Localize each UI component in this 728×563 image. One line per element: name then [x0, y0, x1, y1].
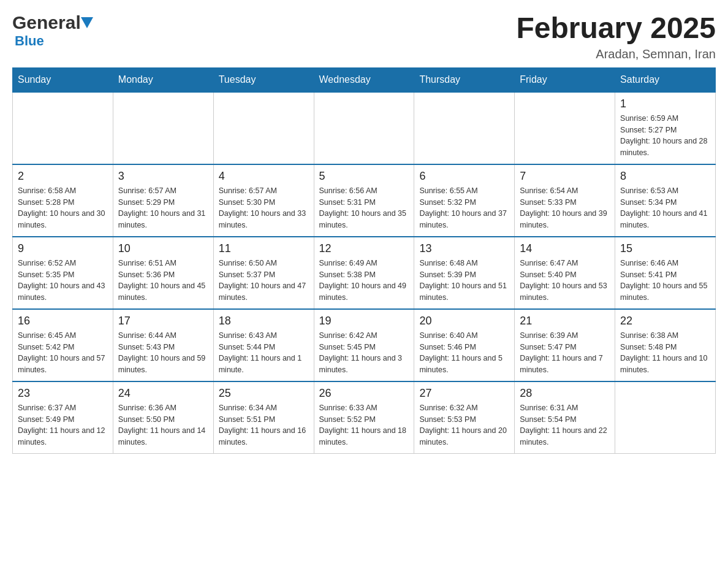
day-number: 6 [419, 170, 509, 183]
calendar-day-cell: 21Sunrise: 6:39 AMSunset: 5:47 PMDayligh… [515, 309, 615, 381]
day-number: 24 [118, 387, 208, 400]
logo: General Blue [12, 12, 93, 49]
calendar-week-row: 23Sunrise: 6:37 AMSunset: 5:49 PMDayligh… [13, 381, 716, 454]
day-number: 25 [219, 387, 309, 400]
svg-marker-0 [81, 17, 93, 28]
logo-general-text: General [12, 12, 81, 33]
calendar-day-cell: 7Sunrise: 6:54 AMSunset: 5:33 PMDaylight… [515, 164, 615, 237]
location-text: Aradan, Semnan, Iran [516, 47, 716, 61]
day-number: 14 [520, 242, 610, 255]
day-info: Sunrise: 6:36 AMSunset: 5:50 PMDaylight:… [118, 402, 208, 448]
day-info: Sunrise: 6:33 AMSunset: 5:52 PMDaylight:… [319, 402, 409, 448]
calendar-day-cell: 17Sunrise: 6:44 AMSunset: 5:43 PMDayligh… [113, 309, 213, 381]
day-info: Sunrise: 6:34 AMSunset: 5:51 PMDaylight:… [219, 402, 309, 448]
logo-blue-text: Blue [15, 33, 44, 48]
day-info: Sunrise: 6:50 AMSunset: 5:37 PMDaylight:… [219, 258, 309, 304]
day-info: Sunrise: 6:52 AMSunset: 5:35 PMDaylight:… [18, 258, 108, 304]
calendar-header-row: SundayMondayTuesdayWednesdayThursdayFrid… [13, 67, 716, 92]
day-number: 19 [319, 315, 409, 327]
day-info: Sunrise: 6:44 AMSunset: 5:43 PMDaylight:… [118, 330, 208, 376]
day-number: 13 [419, 242, 509, 255]
calendar-day-cell: 2Sunrise: 6:58 AMSunset: 5:28 PMDaylight… [13, 164, 113, 237]
day-number: 27 [419, 387, 509, 400]
calendar-week-row: 1Sunrise: 6:59 AMSunset: 5:27 PMDaylight… [13, 92, 716, 164]
day-info: Sunrise: 6:59 AMSunset: 5:27 PMDaylight:… [620, 113, 710, 159]
day-of-week-header: Monday [113, 67, 213, 92]
day-info: Sunrise: 6:57 AMSunset: 5:30 PMDaylight:… [219, 185, 309, 231]
day-info: Sunrise: 6:37 AMSunset: 5:49 PMDaylight:… [18, 402, 108, 448]
calendar-day-cell: 20Sunrise: 6:40 AMSunset: 5:46 PMDayligh… [414, 309, 515, 381]
day-number: 26 [319, 387, 409, 400]
day-info: Sunrise: 6:54 AMSunset: 5:33 PMDaylight:… [520, 185, 610, 231]
calendar-day-cell: 14Sunrise: 6:47 AMSunset: 5:40 PMDayligh… [515, 237, 615, 309]
day-info: Sunrise: 6:58 AMSunset: 5:28 PMDaylight:… [18, 185, 108, 231]
calendar-day-cell: 18Sunrise: 6:43 AMSunset: 5:44 PMDayligh… [213, 309, 314, 381]
calendar-day-cell [615, 381, 716, 454]
calendar-day-cell [515, 92, 615, 164]
calendar-day-cell: 27Sunrise: 6:32 AMSunset: 5:53 PMDayligh… [414, 381, 515, 454]
calendar-day-cell: 5Sunrise: 6:56 AMSunset: 5:31 PMDaylight… [314, 164, 414, 237]
day-number: 2 [18, 170, 108, 183]
calendar-day-cell [113, 92, 213, 164]
calendar-day-cell [314, 92, 414, 164]
calendar-day-cell: 1Sunrise: 6:59 AMSunset: 5:27 PMDaylight… [615, 92, 716, 164]
day-info: Sunrise: 6:49 AMSunset: 5:38 PMDaylight:… [319, 258, 409, 304]
day-number: 16 [18, 315, 108, 327]
day-number: 22 [620, 315, 710, 327]
day-number: 17 [118, 315, 208, 327]
calendar-day-cell: 23Sunrise: 6:37 AMSunset: 5:49 PMDayligh… [13, 381, 113, 454]
calendar-day-cell [13, 92, 113, 164]
day-info: Sunrise: 6:48 AMSunset: 5:39 PMDaylight:… [419, 258, 509, 304]
day-info: Sunrise: 6:31 AMSunset: 5:54 PMDaylight:… [520, 402, 610, 448]
day-number: 21 [520, 315, 610, 327]
calendar-day-cell [414, 92, 515, 164]
calendar-day-cell [213, 92, 314, 164]
calendar-day-cell: 24Sunrise: 6:36 AMSunset: 5:50 PMDayligh… [113, 381, 213, 454]
calendar-day-cell: 22Sunrise: 6:38 AMSunset: 5:48 PMDayligh… [615, 309, 716, 381]
day-of-week-header: Friday [515, 67, 615, 92]
day-info: Sunrise: 6:38 AMSunset: 5:48 PMDaylight:… [620, 330, 710, 376]
calendar-day-cell: 16Sunrise: 6:45 AMSunset: 5:42 PMDayligh… [13, 309, 113, 381]
day-info: Sunrise: 6:43 AMSunset: 5:44 PMDaylight:… [219, 330, 309, 376]
calendar-day-cell: 9Sunrise: 6:52 AMSunset: 5:35 PMDaylight… [13, 237, 113, 309]
calendar-week-row: 2Sunrise: 6:58 AMSunset: 5:28 PMDaylight… [13, 164, 716, 237]
calendar-day-cell: 8Sunrise: 6:53 AMSunset: 5:34 PMDaylight… [615, 164, 716, 237]
day-number: 20 [419, 315, 509, 327]
day-number: 28 [520, 387, 610, 400]
day-info: Sunrise: 6:55 AMSunset: 5:32 PMDaylight:… [419, 185, 509, 231]
calendar-day-cell: 26Sunrise: 6:33 AMSunset: 5:52 PMDayligh… [314, 381, 414, 454]
day-number: 12 [319, 242, 409, 255]
day-of-week-header: Sunday [13, 67, 113, 92]
day-number: 8 [620, 170, 710, 183]
calendar-week-row: 9Sunrise: 6:52 AMSunset: 5:35 PMDaylight… [13, 237, 716, 309]
day-info: Sunrise: 6:42 AMSunset: 5:45 PMDaylight:… [319, 330, 409, 376]
day-number: 4 [219, 170, 309, 183]
day-number: 7 [520, 170, 610, 183]
day-of-week-header: Saturday [615, 67, 716, 92]
day-info: Sunrise: 6:46 AMSunset: 5:41 PMDaylight:… [620, 258, 710, 304]
calendar-day-cell: 10Sunrise: 6:51 AMSunset: 5:36 PMDayligh… [113, 237, 213, 309]
day-info: Sunrise: 6:53 AMSunset: 5:34 PMDaylight:… [620, 185, 710, 231]
day-number: 9 [18, 242, 108, 255]
day-of-week-header: Thursday [414, 67, 515, 92]
day-info: Sunrise: 6:39 AMSunset: 5:47 PMDaylight:… [520, 330, 610, 376]
day-info: Sunrise: 6:47 AMSunset: 5:40 PMDaylight:… [520, 258, 610, 304]
calendar-day-cell: 12Sunrise: 6:49 AMSunset: 5:38 PMDayligh… [314, 237, 414, 309]
day-number: 5 [319, 170, 409, 183]
page-header: General Blue February 2025 Aradan, Semna… [12, 12, 716, 61]
calendar-day-cell: 6Sunrise: 6:55 AMSunset: 5:32 PMDaylight… [414, 164, 515, 237]
day-of-week-header: Tuesday [213, 67, 314, 92]
calendar-table: SundayMondayTuesdayWednesdayThursdayFrid… [12, 67, 716, 454]
day-number: 10 [118, 242, 208, 255]
calendar-day-cell: 4Sunrise: 6:57 AMSunset: 5:30 PMDaylight… [213, 164, 314, 237]
calendar-day-cell: 15Sunrise: 6:46 AMSunset: 5:41 PMDayligh… [615, 237, 716, 309]
title-block: February 2025 Aradan, Semnan, Iran [516, 12, 716, 61]
calendar-day-cell: 25Sunrise: 6:34 AMSunset: 5:51 PMDayligh… [213, 381, 314, 454]
day-number: 1 [620, 98, 710, 110]
calendar-day-cell: 13Sunrise: 6:48 AMSunset: 5:39 PMDayligh… [414, 237, 515, 309]
day-info: Sunrise: 6:56 AMSunset: 5:31 PMDaylight:… [319, 185, 409, 231]
day-info: Sunrise: 6:32 AMSunset: 5:53 PMDaylight:… [419, 402, 509, 448]
day-number: 3 [118, 170, 208, 183]
day-info: Sunrise: 6:57 AMSunset: 5:29 PMDaylight:… [118, 185, 208, 231]
day-info: Sunrise: 6:45 AMSunset: 5:42 PMDaylight:… [18, 330, 108, 376]
